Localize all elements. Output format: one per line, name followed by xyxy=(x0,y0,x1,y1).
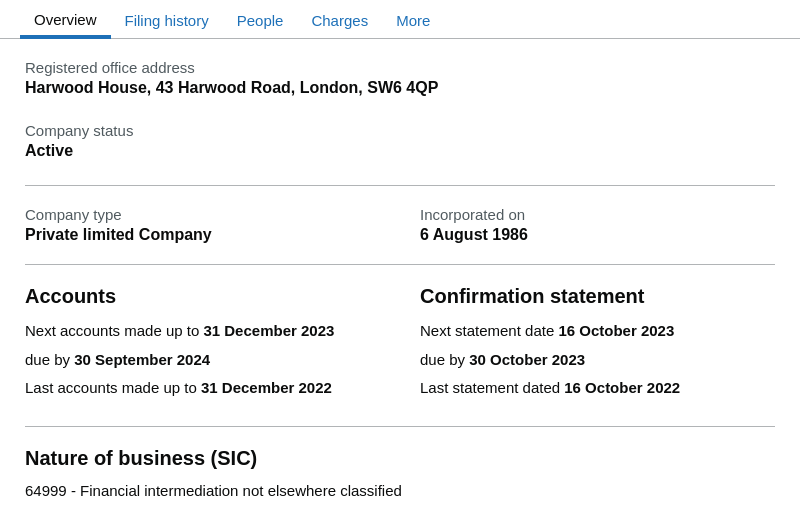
company-type-row: Company type Private limited Company Inc… xyxy=(25,206,775,244)
next-statement-text: Next statement date 16 October 2023 xyxy=(420,320,775,343)
tab-filing-history[interactable]: Filing history xyxy=(111,1,223,39)
next-statement-date: 16 October 2023 xyxy=(558,322,674,339)
company-type-value: Private limited Company xyxy=(25,226,380,244)
tab-overview[interactable]: Overview xyxy=(20,1,111,39)
next-accounts-date: 31 December 2023 xyxy=(203,322,334,339)
accounts-confirmation-row: Accounts Next accounts made up to 31 Dec… xyxy=(25,285,775,406)
page-wrapper: Overview Filing history People Charges M… xyxy=(0,0,800,509)
confirmation-due-by-text: due by 30 October 2023 xyxy=(420,349,775,372)
nature-value: 64999 - Financial intermediation not els… xyxy=(25,482,775,499)
due-by-text: due by 30 September 2024 xyxy=(25,349,380,372)
registered-office-section: Registered office address Harwood House,… xyxy=(25,59,775,97)
divider-2 xyxy=(25,264,775,265)
nature-heading: Nature of business (SIC) xyxy=(25,447,775,470)
company-type-label: Company type xyxy=(25,206,380,223)
tabs-bar: Overview Filing history People Charges M… xyxy=(0,0,800,39)
due-by-prefix: due by xyxy=(25,351,74,368)
next-accounts-prefix: Next accounts made up to xyxy=(25,322,203,339)
last-accounts-date: 31 December 2022 xyxy=(201,379,332,396)
confirmation-due-by-date: 30 October 2023 xyxy=(469,351,585,368)
registered-office-value: Harwood House, 43 Harwood Road, London, … xyxy=(25,79,775,97)
content-area: Registered office address Harwood House,… xyxy=(0,39,800,509)
company-status-section: Company status Active xyxy=(25,122,775,160)
last-statement-text: Last statement dated 16 October 2022 xyxy=(420,377,775,400)
incorporated-label: Incorporated on xyxy=(420,206,775,223)
tab-people[interactable]: People xyxy=(223,1,298,39)
company-status-label: Company status xyxy=(25,122,775,139)
next-accounts-text: Next accounts made up to 31 December 202… xyxy=(25,320,380,343)
last-accounts-prefix: Last accounts made up to xyxy=(25,379,201,396)
divider-3 xyxy=(25,426,775,427)
accounts-col: Accounts Next accounts made up to 31 Dec… xyxy=(25,285,380,406)
incorporated-col: Incorporated on 6 August 1986 xyxy=(420,206,775,244)
confirmation-col: Confirmation statement Next statement da… xyxy=(420,285,775,406)
tab-charges[interactable]: Charges xyxy=(297,1,382,39)
nature-section: Nature of business (SIC) 64999 - Financi… xyxy=(25,447,775,499)
registered-office-label: Registered office address xyxy=(25,59,775,76)
incorporated-value: 6 August 1986 xyxy=(420,226,775,244)
last-statement-date: 16 October 2022 xyxy=(564,379,680,396)
company-type-col: Company type Private limited Company xyxy=(25,206,380,244)
next-statement-prefix: Next statement date xyxy=(420,322,558,339)
tab-more[interactable]: More xyxy=(382,1,444,39)
last-accounts-text: Last accounts made up to 31 December 202… xyxy=(25,377,380,400)
divider-1 xyxy=(25,185,775,186)
confirmation-due-by-prefix: due by xyxy=(420,351,469,368)
last-statement-prefix: Last statement dated xyxy=(420,379,564,396)
confirmation-heading: Confirmation statement xyxy=(420,285,775,308)
company-status-value: Active xyxy=(25,142,775,160)
due-by-date: 30 September 2024 xyxy=(74,351,210,368)
accounts-heading: Accounts xyxy=(25,285,380,308)
